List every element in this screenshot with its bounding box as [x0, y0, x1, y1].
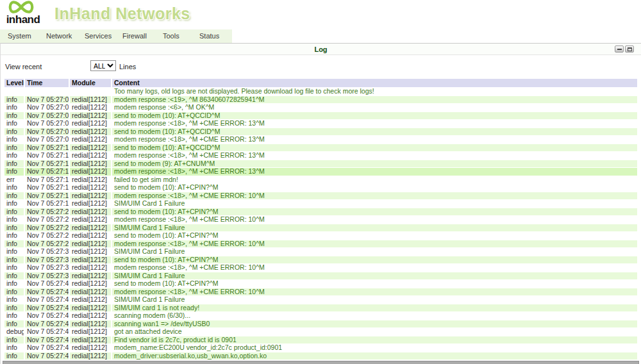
table-row: infoNov 7 05:27:40redial[1212]modem resp…: [4, 288, 637, 296]
time-cell: Nov 7 05:27:22: [25, 208, 69, 216]
content-cell: send to modem (10): AT+CPIN?^M: [112, 280, 637, 288]
table-row: infoNov 7 05:27:48redial[1212]modem_name…: [4, 344, 637, 352]
content-cell: got an attached device: [112, 328, 637, 336]
time-cell: Nov 7 05:27:47: [25, 312, 69, 320]
module-cell: redial[1212]: [70, 176, 111, 184]
time-cell: [25, 88, 69, 95]
brand-title: InHand Networks: [54, 4, 190, 23]
level-cell: info: [4, 120, 24, 128]
level-cell: info: [4, 184, 24, 192]
time-cell: Nov 7 05:27:19: [25, 200, 69, 208]
content-cell: modem response :<18>, ^M +CME ERROR: 13^…: [112, 120, 637, 128]
nav-item-network[interactable]: Network: [46, 32, 72, 40]
lines-label: Lines: [119, 63, 136, 70]
module-cell: redial[1212]: [70, 264, 111, 272]
level-cell: debug: [4, 328, 24, 336]
table-row: infoNov 7 05:27:25redial[1212]SIM/UIM Ca…: [4, 224, 637, 232]
level-cell: info: [4, 232, 24, 240]
horizontal-scrollbar[interactable]: [3, 361, 639, 364]
module-cell: redial[1212]: [70, 160, 111, 168]
restore-button[interactable]: [625, 46, 634, 53]
module-cell: redial[1212]: [70, 104, 111, 112]
time-cell: Nov 7 05:27:34: [25, 256, 69, 264]
module-cell: redial[1212]: [70, 168, 111, 176]
table-row: infoNov 7 05:27:47redial[1212]scanning m…: [4, 312, 637, 320]
nav-item-system[interactable]: System: [8, 32, 31, 40]
table-row: infoNov 7 05:27:47redial[1212]Find vendo…: [4, 336, 637, 344]
time-cell: Nov 7 05:27:04: [25, 104, 69, 112]
level-cell: info: [4, 224, 24, 232]
table-row: infoNov 7 05:27:40redial[1212]send to mo…: [4, 280, 637, 288]
table-row: infoNov 7 05:27:16redial[1212]modem resp…: [4, 192, 637, 200]
level-cell: info: [4, 272, 24, 280]
level-cell: info: [4, 296, 24, 304]
level-cell: info: [4, 256, 24, 264]
table-row: infoNov 7 05:27:04redial[1212]modem resp…: [4, 96, 637, 104]
time-cell: Nov 7 05:27:47: [25, 336, 69, 344]
module-cell: redial[1212]: [70, 344, 111, 352]
time-cell: Nov 7 05:27:28: [25, 232, 69, 240]
level-cell: info: [4, 200, 24, 208]
time-cell: Nov 7 05:27:13: [25, 160, 69, 168]
level-cell: info: [4, 352, 24, 360]
lines-select[interactable]: ALL: [90, 60, 116, 71]
nav-item-firewall[interactable]: Firewall: [122, 32, 147, 40]
table-row: infoNov 7 05:27:13redial[1212]send to mo…: [4, 160, 637, 168]
time-cell: Nov 7 05:27:48: [25, 352, 69, 360]
table-row: infoNov 7 05:27:22redial[1212]modem resp…: [4, 216, 637, 224]
nav-item-tools[interactable]: Tools: [163, 32, 179, 40]
content-cell: modem response :<18>, ^M +CME ERROR: 13^…: [112, 136, 637, 144]
time-cell: Nov 7 05:27:47: [25, 328, 69, 336]
table-row: infoNov 7 05:27:07redial[1212]send to mo…: [4, 128, 637, 136]
table-row: infoNov 7 05:27:04redial[1212]send to mo…: [4, 112, 637, 120]
module-cell: redial[1212]: [70, 128, 111, 136]
time-cell: Nov 7 05:27:31: [25, 248, 69, 256]
table-row: infoNov 7 05:27:28redial[1212]modem resp…: [4, 240, 637, 248]
level-cell: info: [4, 280, 24, 288]
level-cell: info: [4, 288, 24, 296]
module-cell: redial[1212]: [70, 312, 111, 320]
view-recent-label: View recent: [5, 63, 42, 70]
module-cell: redial[1212]: [70, 304, 111, 312]
module-cell: [70, 88, 111, 95]
module-cell: redial[1212]: [70, 232, 111, 240]
module-cell: redial[1212]: [70, 152, 111, 160]
minimize-icon: [617, 49, 622, 50]
module-cell: redial[1212]: [70, 184, 111, 192]
minimize-button[interactable]: [615, 46, 624, 53]
level-cell: info: [4, 344, 24, 352]
content-cell: modem response :<18>, ^M +CME ERROR: 10^…: [112, 288, 637, 296]
time-cell: Nov 7 05:27:40: [25, 280, 69, 288]
col-header-content: Content: [112, 79, 637, 87]
nav-item-status[interactable]: Status: [199, 32, 219, 40]
content-cell: send to modem (10): AT+QCCID^M: [112, 112, 637, 120]
level-cell: info: [4, 264, 24, 272]
module-cell: redial[1212]: [70, 96, 111, 104]
time-cell: Nov 7 05:27:22: [25, 216, 69, 224]
col-header-level: Level: [4, 79, 24, 87]
level-cell: info: [4, 112, 24, 120]
table-row: infoNov 7 05:27:19redial[1212]SIM/UIM Ca…: [4, 200, 637, 208]
table-row: errNov 7 05:27:16redial[1212]failed to g…: [4, 176, 637, 184]
module-cell: redial[1212]: [70, 224, 111, 232]
module-cell: redial[1212]: [70, 328, 111, 336]
content-cell: modem_driver:usbserial.ko,usb_wwan.ko,op…: [112, 352, 637, 360]
nav-item-services[interactable]: Services: [85, 32, 112, 40]
table-row: infoNov 7 05:27:43redial[1212]SIM/UIM Ca…: [4, 296, 637, 304]
content-cell: send to modem (10): AT+CPIN?^M: [112, 208, 637, 216]
level-cell: err: [4, 176, 24, 184]
table-row: infoNov 7 05:27:10redial[1212]send to mo…: [4, 144, 637, 152]
content-cell: send to modem (10): AT+CPIN?^M: [112, 256, 637, 264]
module-cell: redial[1212]: [70, 280, 111, 288]
time-cell: Nov 7 05:27:04: [25, 96, 69, 104]
brand-wordmark: inhand: [3, 13, 44, 26]
table-row: infoNov 7 05:27:48redial[1212]modem_driv…: [4, 352, 637, 360]
content-cell: SIM/UIM Card 1 Failure: [112, 272, 637, 280]
time-cell: Nov 7 05:27:46: [25, 304, 69, 312]
table-row: infoNov 7 05:27:22redial[1212]send to mo…: [4, 208, 637, 216]
content-cell: SIM/UIM Card 1 Failure: [112, 200, 637, 208]
time-cell: Nov 7 05:27:07: [25, 128, 69, 136]
time-cell: Nov 7 05:27:10: [25, 152, 69, 160]
content-cell: modem response :<6>, ^M OK^M: [112, 104, 637, 112]
module-cell: redial[1212]: [70, 336, 111, 344]
